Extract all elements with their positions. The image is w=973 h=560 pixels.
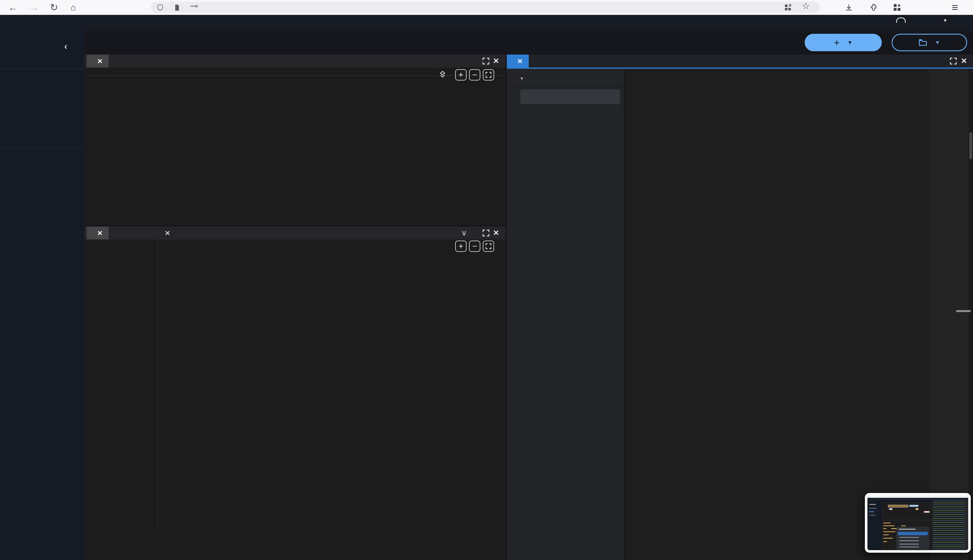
explorer-pane: ▼ — [507, 69, 624, 560]
user-caret-icon[interactable]: ▾ — [944, 17, 946, 23]
vscroll-thumb[interactable] — [969, 132, 972, 159]
tab-hierarchy[interactable]: × — [87, 55, 108, 68]
tab-settings[interactable]: × — [154, 227, 176, 240]
sidebar-items — [0, 73, 85, 158]
extensions-icon[interactable] — [870, 3, 878, 12]
code-editor-tabbar: × × — [507, 55, 973, 68]
tab-code-editor[interactable]: × — [507, 55, 529, 68]
neuron-explorer-window: ← → ↻ ⌂ ☆ ≡ ▾ ‹ + ▼ — [0, 0, 973, 560]
layout-button[interactable]: ▼ — [892, 34, 967, 51]
url-bar[interactable]: ☆ — [151, 2, 820, 13]
device-timeline-rows — [85, 240, 506, 531]
pip-thumbnail[interactable] — [865, 493, 971, 553]
editor-hscroll-thumb[interactable] — [956, 310, 971, 312]
expand-panel-icon[interactable] — [482, 57, 490, 65]
browser-chrome: ← → ↻ ⌂ ☆ ≡ — [0, 0, 973, 15]
caret-down-icon: ▼ — [935, 40, 940, 46]
device-timeline-tabbar: × × ∨ × — [85, 227, 506, 240]
add-widget-button[interactable]: + ▼ — [804, 34, 882, 51]
explorer-file-item[interactable] — [520, 90, 620, 104]
permissions-icon — [190, 5, 198, 10]
back-icon[interactable]: ← — [7, 0, 19, 15]
tab-device-timeline[interactable]: × — [87, 227, 108, 240]
plus-icon: + — [834, 37, 839, 48]
code-area[interactable] — [624, 69, 929, 560]
layers-icon[interactable] — [437, 69, 448, 80]
apps-grid-icon[interactable] — [893, 3, 901, 12]
zoom-level-dropdown[interactable]: ∨ — [461, 228, 467, 238]
caret-down-icon: ▼ — [520, 76, 524, 81]
pip-context-menu — [897, 527, 929, 550]
downloads-icon[interactable] — [844, 3, 853, 12]
refresh-icon[interactable]: ↻ — [48, 0, 60, 15]
fit-view-button[interactable] — [483, 241, 494, 252]
explorer-header[interactable]: ▼ — [520, 74, 524, 82]
page-icon — [174, 4, 181, 11]
pip-screenshot — [868, 495, 968, 550]
code-editor-panel: ▼ — [507, 69, 973, 560]
zoom-in-button[interactable]: + — [455, 241, 467, 252]
zoom-out-button[interactable]: − — [469, 241, 480, 252]
home-icon[interactable]: ⌂ — [67, 0, 79, 15]
expand-panel-icon[interactable] — [950, 57, 957, 65]
bookmark-star-icon[interactable]: ☆ — [802, 0, 810, 11]
minimap[interactable] — [929, 69, 968, 560]
zoom-out-button[interactable]: − — [469, 69, 480, 80]
close-icon[interactable]: × — [165, 228, 170, 238]
fit-view-button[interactable] — [483, 69, 494, 80]
layout-folder-icon — [919, 39, 927, 46]
app-header — [0, 15, 973, 31]
close-icon[interactable]: × — [517, 56, 522, 66]
sidebar-divider-2 — [0, 148, 85, 149]
close-panel-icon[interactable]: × — [493, 55, 499, 66]
close-icon[interactable]: × — [97, 56, 102, 66]
sidebar: ‹ — [0, 31, 85, 560]
shield-icon — [157, 4, 164, 11]
forward-icon[interactable]: → — [28, 0, 40, 15]
menu-icon[interactable]: ≡ — [951, 0, 958, 15]
hierarchy-panel: + − — [85, 68, 506, 225]
user-icon — [896, 17, 906, 23]
editor-vscrollbar[interactable] — [968, 69, 973, 560]
share-icon[interactable] — [784, 4, 792, 11]
close-icon[interactable]: × — [97, 228, 102, 238]
close-panel-icon[interactable]: × — [493, 227, 499, 238]
device-timeline-panel: + − — [85, 240, 506, 560]
hierarchy-tabbar: × × — [85, 55, 506, 68]
expand-panel-icon[interactable] — [482, 229, 490, 237]
sidebar-collapse-icon[interactable]: ‹ — [64, 40, 67, 52]
zoom-in-button[interactable]: + — [455, 69, 467, 80]
caret-down-icon: ▼ — [848, 40, 853, 46]
close-panel-icon[interactable]: × — [961, 55, 967, 66]
